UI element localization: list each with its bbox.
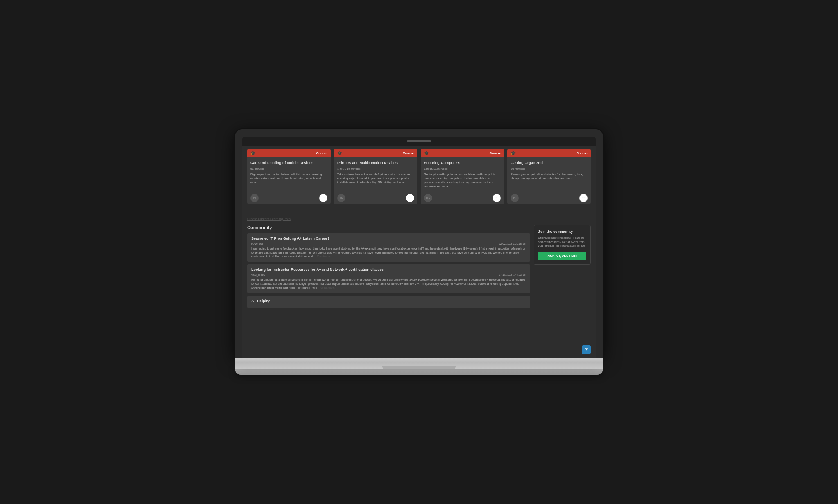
screen-inner: 🎓 Course Care and Feeding of Mobile Devi… — [242, 137, 596, 358]
post-date-2: 07/19/2019 7:44:53 pm — [499, 273, 526, 276]
join-title: Join the community — [538, 230, 586, 234]
read-more-1[interactable]: Read more. — [317, 255, 332, 258]
course-description-1: Dig deeper into mobile devices with this… — [250, 173, 327, 189]
post-card-2: Looking for Instructor Resources for A+ … — [247, 264, 530, 293]
course-duration-2: 1 hour, 18 minutes — [337, 167, 414, 170]
top-bar — [242, 137, 596, 146]
graduation-hat-icon-1: 🎓 — [250, 151, 255, 155]
read-more-2[interactable]: Read more. — [320, 286, 335, 289]
course-card-footer-2: 0% ••• — [334, 192, 417, 204]
course-card-footer-3: 0% ••• — [421, 192, 504, 204]
post-body-1: I am hoping to get some feedback on how … — [251, 247, 526, 259]
course-description-2: Take a closer look at the world of print… — [337, 173, 414, 189]
course-title-3: Securing Computers — [424, 161, 501, 166]
top-bar-indicator — [407, 140, 431, 142]
laptop-bottom — [235, 369, 603, 375]
help-bubble[interactable]: ? — [582, 345, 591, 354]
post-title-3[interactable]: A+ Helping — [251, 299, 526, 303]
create-path-link[interactable]: Create Custom Learning Path — [242, 214, 596, 225]
course-card-footer-4: 0% ••• — [507, 192, 591, 204]
graduation-hat-icon-4: 🎓 — [511, 151, 516, 155]
graduation-hat-icon-3: 🎓 — [424, 151, 429, 155]
post-card-1: Seasoned IT Pros Getting A+ Late in Care… — [247, 233, 530, 262]
course-duration-4: 36 minutes — [511, 167, 588, 170]
course-card-body-3: Securing Computers 1 hour, 31 minutes Ge… — [421, 158, 504, 192]
more-button-1[interactable]: ••• — [319, 194, 327, 202]
join-desc: Still have questions about IT careers an… — [538, 236, 586, 248]
post-author-2: vicki_simek — [251, 273, 265, 276]
ask-question-button[interactable]: ASK A QUESTION — [538, 252, 586, 260]
create-path-anchor[interactable]: Create Custom Learning Path — [247, 217, 291, 221]
main-area: Community Seasoned IT Pros Getting A+ La… — [242, 225, 596, 313]
post-author-1: powertool — [251, 242, 263, 245]
course-label-3: Course — [489, 151, 501, 155]
course-card-3: 🎓 Course Securing Computers 1 hour, 31 m… — [421, 149, 504, 204]
course-card-header-3: 🎓 Course — [421, 149, 504, 158]
course-description-4: Review your organization strategies for … — [511, 173, 588, 189]
progress-circle-3: 0% — [424, 194, 432, 202]
course-card-header-1: 🎓 Course — [247, 149, 331, 158]
course-card-body-2: Printers and Multifunction Devices 1 hou… — [334, 158, 417, 192]
course-label-1: Course — [316, 151, 327, 155]
post-body-text-2: Hi!I run a program at a state university… — [251, 278, 525, 289]
section-divider — [247, 211, 591, 211]
post-title-2[interactable]: Looking for Instructor Resources for A+ … — [251, 268, 526, 272]
courses-grid: 🎓 Course Care and Feeding of Mobile Devi… — [247, 149, 591, 204]
graduation-hat-icon-2: 🎓 — [337, 151, 342, 155]
more-button-4[interactable]: ••• — [579, 194, 588, 202]
post-body-2: Hi!I run a program at a state university… — [251, 278, 526, 290]
join-community-card: Join the community Still have questions … — [534, 225, 591, 265]
course-duration-1: 51 minutes — [250, 167, 327, 170]
course-card-1: 🎓 Course Care and Feeding of Mobile Devi… — [247, 149, 331, 204]
post-body-text-1: I am hoping to get some feedback on how … — [251, 247, 525, 258]
course-label-2: Course — [403, 151, 414, 155]
course-duration-3: 1 hour, 31 minutes — [424, 167, 501, 170]
progress-circle-4: 0% — [511, 194, 519, 202]
course-label-4: Course — [576, 151, 588, 155]
post-title-1[interactable]: Seasoned IT Pros Getting A+ Late in Care… — [251, 236, 526, 241]
more-button-3[interactable]: ••• — [493, 194, 501, 202]
course-title-2: Printers and Multifunction Devices — [337, 161, 414, 166]
course-title-1: Care and Feeding of Mobile Devices — [250, 161, 327, 166]
course-card-header-2: 🎓 Course — [334, 149, 417, 158]
courses-section: 🎓 Course Care and Feeding of Mobile Devi… — [242, 146, 596, 209]
course-card-header-4: 🎓 Course — [507, 149, 591, 158]
post-date-1: 12/02/2019 5:26:18 pm — [499, 242, 526, 245]
post-card-3: A+ Helping — [247, 296, 530, 308]
course-card-2: 🎓 Course Printers and Multifunction Devi… — [334, 149, 417, 204]
screen-bezel: 🎓 Course Care and Feeding of Mobile Devi… — [235, 129, 603, 358]
screen-content: 🎓 Course Care and Feeding of Mobile Devi… — [242, 137, 596, 358]
help-icon: ? — [585, 347, 588, 353]
course-card-footer-1: 0% ••• — [247, 192, 331, 204]
course-card-body-1: Care and Feeding of Mobile Devices 51 mi… — [247, 158, 331, 192]
course-card-4: 🎓 Course Getting Organized 36 minutes Re… — [507, 149, 591, 204]
post-meta-1: powertool 12/02/2019 5:26:18 pm — [251, 242, 526, 245]
more-button-2[interactable]: ••• — [406, 194, 414, 202]
progress-circle-2: 0% — [337, 194, 345, 202]
progress-circle-1: 0% — [250, 194, 259, 202]
community-title: Community — [247, 225, 530, 230]
course-title-4: Getting Organized — [511, 161, 588, 166]
course-description-3: Get to grips with system attack and defe… — [424, 173, 501, 189]
laptop: 🎓 Course Care and Feeding of Mobile Devi… — [235, 129, 603, 375]
post-meta-2: vicki_simek 07/19/2019 7:44:53 pm — [251, 273, 526, 276]
screen-scroll: 🎓 Course Care and Feeding of Mobile Devi… — [242, 137, 596, 313]
community-section: Community Seasoned IT Pros Getting A+ La… — [247, 225, 530, 308]
laptop-base — [235, 358, 603, 369]
sidebar: Join the community Still have questions … — [534, 225, 591, 308]
course-card-body-4: Getting Organized 36 minutes Review your… — [507, 158, 591, 192]
